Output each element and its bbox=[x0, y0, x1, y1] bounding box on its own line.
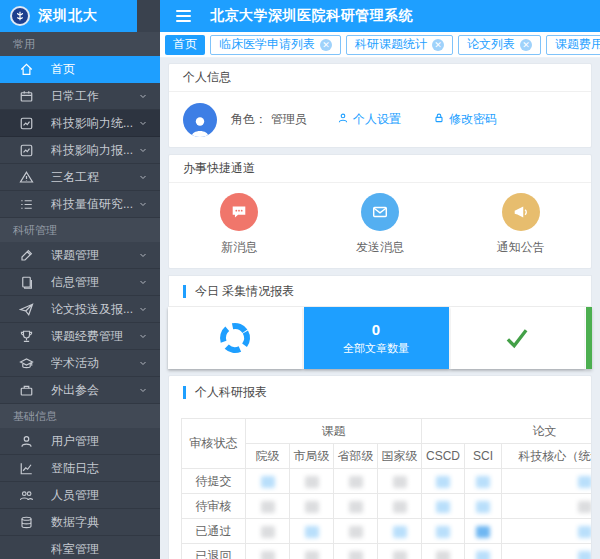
personal-settings-link[interactable]: 个人设置 bbox=[337, 111, 401, 128]
collect-report-header: 今日 采集情况报表 bbox=[168, 275, 592, 307]
col-group-paper: 论文 bbox=[422, 419, 592, 444]
close-icon[interactable]: ✕ bbox=[432, 39, 444, 51]
chevron-down-icon bbox=[138, 331, 148, 341]
personal-info-title: 个人信息 bbox=[169, 64, 591, 92]
close-icon[interactable]: ✕ bbox=[320, 39, 332, 51]
sidebar-item-personnel-management[interactable]: 人员管理 bbox=[0, 482, 160, 509]
sidebar-item-home[interactable]: 首页 bbox=[0, 56, 160, 83]
blurred-value[interactable] bbox=[578, 526, 591, 538]
article-count-card[interactable]: 0 全部文章数量 bbox=[304, 307, 449, 369]
tab-paper-list[interactable]: 论文列表✕ bbox=[458, 35, 541, 55]
chevron-down-icon bbox=[138, 118, 148, 128]
blurred-value[interactable] bbox=[436, 476, 450, 488]
shortcut-send-message[interactable]: 发送消息 bbox=[310, 193, 451, 256]
blurred-value[interactable] bbox=[436, 526, 450, 538]
blurred-value[interactable] bbox=[578, 551, 591, 559]
personal-research-header: 个人科研报表 bbox=[169, 376, 591, 408]
check-icon bbox=[502, 324, 532, 352]
sidebar-item-project-funds[interactable]: 课题经费管理 bbox=[0, 323, 160, 350]
line-chart-icon bbox=[19, 461, 34, 476]
blurred-value[interactable] bbox=[349, 476, 363, 488]
blurred-value[interactable] bbox=[393, 501, 407, 513]
sidebar-section-research: 科研管理 bbox=[0, 218, 160, 242]
graduation-cap-icon bbox=[19, 356, 34, 371]
logo-text: 深圳北大 bbox=[38, 7, 98, 25]
hospital-emblem-icon bbox=[10, 6, 30, 26]
tab-research-project-stats[interactable]: 科研课题统计✕ bbox=[346, 35, 453, 55]
table-row: 已退回 bbox=[182, 544, 592, 559]
blurred-value[interactable] bbox=[349, 501, 363, 513]
sidebar-item-department-management[interactable]: 科室管理 bbox=[0, 536, 160, 559]
research-table-wrap: 审核状态 课题 论文 院级 市局级 省部级 国家级 CSCD bbox=[169, 408, 591, 559]
avatar bbox=[183, 103, 217, 137]
col-group-project: 课题 bbox=[246, 419, 422, 444]
col-header: 科技核心（统计源）期刊 bbox=[502, 444, 592, 469]
blurred-value[interactable] bbox=[393, 551, 407, 559]
blurred-value[interactable] bbox=[476, 501, 490, 513]
sidebar-item-tech-influence-stats[interactable]: 科技影响力统... bbox=[0, 110, 160, 137]
chevron-down-icon bbox=[138, 199, 148, 209]
sidebar-item-info-management[interactable]: 信息管理 bbox=[0, 269, 160, 296]
blurred-value[interactable] bbox=[349, 551, 363, 559]
blurred-value[interactable] bbox=[305, 476, 319, 488]
check-card bbox=[451, 307, 585, 369]
sidebar-item-paper-submission[interactable]: 论文投送及报... bbox=[0, 296, 160, 323]
col-header: 国家级 bbox=[378, 444, 422, 469]
sidebar-item-project-management[interactable]: 课题管理 bbox=[0, 242, 160, 269]
col-header: CSCD bbox=[422, 444, 465, 469]
change-password-link[interactable]: 修改密码 bbox=[433, 111, 497, 128]
blurred-value[interactable] bbox=[393, 526, 407, 538]
shortcut-notice[interactable]: 通知公告 bbox=[450, 193, 591, 256]
envelope-icon bbox=[361, 193, 399, 231]
top-bar: 深圳北大 北京大学深圳医院科研管理系统 bbox=[0, 0, 600, 32]
blurred-value[interactable] bbox=[476, 551, 490, 559]
blurred-value[interactable] bbox=[476, 476, 490, 488]
shortcut-new-message[interactable]: 新消息 bbox=[169, 193, 310, 256]
tab-home[interactable]: 首页 bbox=[165, 35, 205, 55]
sidebar-item-data-dictionary[interactable]: 数据字典 bbox=[0, 509, 160, 536]
database-icon bbox=[19, 515, 34, 530]
blurred-value[interactable] bbox=[436, 551, 450, 559]
col-header-review-status: 审核状态 bbox=[182, 419, 246, 469]
close-icon[interactable]: ✕ bbox=[520, 39, 532, 51]
collect-report-cards: 0 全部文章数量 bbox=[168, 307, 592, 369]
blurred-value[interactable] bbox=[305, 501, 319, 513]
list-icon bbox=[19, 197, 34, 212]
tab-project-fee-report[interactable]: 课题费用报表✕ bbox=[546, 35, 600, 55]
sidebar-item-user-management[interactable]: 用户管理 bbox=[0, 428, 160, 455]
nav-bar: 北京大学深圳医院科研管理系统 bbox=[160, 0, 600, 32]
sidebar-item-academic-activities[interactable]: 学术活动 bbox=[0, 350, 160, 377]
quick-channel-title: 办事快捷通道 bbox=[169, 155, 591, 183]
sidebar-item-login-log[interactable]: 登陆日志 bbox=[0, 455, 160, 482]
blurred-value[interactable] bbox=[578, 476, 591, 488]
col-header: 市局级 bbox=[290, 444, 334, 469]
blurred-value[interactable] bbox=[261, 476, 275, 488]
hamburger-menu-icon[interactable] bbox=[166, 10, 200, 22]
blurred-value[interactable] bbox=[578, 501, 591, 513]
blurred-value[interactable] bbox=[436, 501, 450, 513]
sidebar-section-common: 常用 bbox=[0, 32, 160, 56]
logo[interactable]: 深圳北大 bbox=[0, 0, 137, 32]
sidebar-item-three-famous-project[interactable]: 三名工程 bbox=[0, 164, 160, 191]
sidebar-item-conference-travel[interactable]: 外出参会 bbox=[0, 377, 160, 404]
paper-plane-icon bbox=[19, 302, 34, 317]
sidebar-item-tech-value-research[interactable]: 科技量值研究... bbox=[0, 191, 160, 218]
personal-research-panel: 个人科研报表 审核状态 课题 bbox=[168, 375, 592, 559]
user-icon bbox=[337, 112, 349, 127]
blurred-value[interactable] bbox=[476, 526, 490, 538]
blurred-value[interactable] bbox=[305, 526, 319, 538]
tab-bar: 首页 临床医学申请列表✕ 科研课题统计✕ 论文列表✕ 课题费用报表✕ 用户列表✕ bbox=[160, 32, 600, 58]
document-icon bbox=[19, 275, 34, 290]
blurred-value[interactable] bbox=[393, 476, 407, 488]
blurred-value[interactable] bbox=[305, 551, 319, 559]
sidebar-item-tech-influence-report[interactable]: 科技影响力报... bbox=[0, 137, 160, 164]
sidebar-item-daily-work[interactable]: 日常工作 bbox=[0, 83, 160, 110]
blurred-value[interactable] bbox=[261, 501, 275, 513]
tab-clinical-medicine-list[interactable]: 临床医学申请列表✕ bbox=[210, 35, 341, 55]
partial-green-card bbox=[586, 307, 592, 369]
blurred-value[interactable] bbox=[349, 526, 363, 538]
blurred-value[interactable] bbox=[261, 526, 275, 538]
chart-box-icon bbox=[19, 116, 34, 131]
blurred-value[interactable] bbox=[261, 551, 275, 559]
lock-icon bbox=[433, 112, 445, 127]
